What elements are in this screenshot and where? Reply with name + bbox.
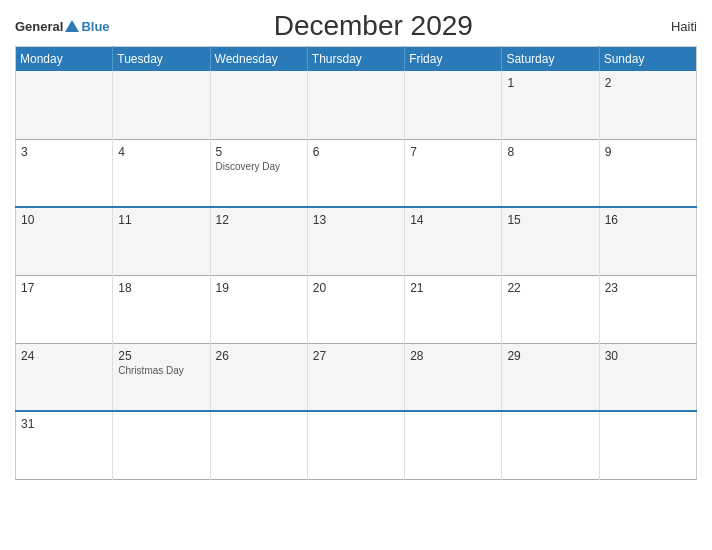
calendar-cell: 31	[16, 411, 113, 479]
calendar-header: General Blue December 2029 Haiti	[15, 10, 697, 42]
calendar-cell: 29	[502, 343, 599, 411]
day-number: 11	[118, 213, 204, 227]
day-number: 9	[605, 145, 691, 159]
calendar-cell: 10	[16, 207, 113, 275]
calendar-week-5: 31	[16, 411, 697, 479]
day-number: 24	[21, 349, 107, 363]
day-number: 6	[313, 145, 399, 159]
calendar-cell: 5Discovery Day	[210, 139, 307, 207]
day-number: 22	[507, 281, 593, 295]
day-number: 27	[313, 349, 399, 363]
calendar-cell	[599, 411, 696, 479]
calendar-week-2: 10111213141516	[16, 207, 697, 275]
calendar-cell: 26	[210, 343, 307, 411]
holiday-label: Christmas Day	[118, 365, 204, 376]
day-number: 12	[216, 213, 302, 227]
calendar-cell: 6	[307, 139, 404, 207]
day-number: 19	[216, 281, 302, 295]
calendar-cell: 4	[113, 139, 210, 207]
day-number: 14	[410, 213, 496, 227]
day-number: 3	[21, 145, 107, 159]
day-number: 30	[605, 349, 691, 363]
calendar-cell	[210, 71, 307, 139]
logo-triangle-icon	[65, 20, 79, 32]
calendar-cell	[16, 71, 113, 139]
calendar-week-0: 12	[16, 71, 697, 139]
calendar-cell: 23	[599, 275, 696, 343]
calendar-cell: 8	[502, 139, 599, 207]
day-header-friday: Friday	[405, 47, 502, 72]
day-number: 16	[605, 213, 691, 227]
day-number: 15	[507, 213, 593, 227]
day-number: 4	[118, 145, 204, 159]
calendar-cell: 15	[502, 207, 599, 275]
day-header-saturday: Saturday	[502, 47, 599, 72]
day-header-sunday: Sunday	[599, 47, 696, 72]
day-number: 13	[313, 213, 399, 227]
calendar-cell	[113, 71, 210, 139]
day-number: 1	[507, 76, 593, 90]
calendar-cell	[307, 411, 404, 479]
logo: General Blue	[15, 19, 110, 34]
day-number: 31	[21, 417, 107, 431]
day-header-monday: Monday	[16, 47, 113, 72]
calendar-cell: 2	[599, 71, 696, 139]
day-number: 20	[313, 281, 399, 295]
day-number: 23	[605, 281, 691, 295]
calendar-cell: 21	[405, 275, 502, 343]
calendar-cell: 1	[502, 71, 599, 139]
month-title: December 2029	[110, 10, 637, 42]
logo-general-text: General	[15, 19, 63, 34]
calendar-table: MondayTuesdayWednesdayThursdayFridaySatu…	[15, 46, 697, 480]
calendar-cell: 27	[307, 343, 404, 411]
calendar-cell: 19	[210, 275, 307, 343]
country-label: Haiti	[637, 19, 697, 34]
day-header-tuesday: Tuesday	[113, 47, 210, 72]
calendar-cell: 13	[307, 207, 404, 275]
calendar-cell: 11	[113, 207, 210, 275]
day-number: 29	[507, 349, 593, 363]
calendar-cell	[502, 411, 599, 479]
calendar-cell: 17	[16, 275, 113, 343]
calendar-cell: 30	[599, 343, 696, 411]
calendar-cell: 25Christmas Day	[113, 343, 210, 411]
calendar-cell: 7	[405, 139, 502, 207]
day-number: 25	[118, 349, 204, 363]
calendar-cell: 16	[599, 207, 696, 275]
calendar-week-1: 345Discovery Day6789	[16, 139, 697, 207]
calendar-header-row: MondayTuesdayWednesdayThursdayFridaySatu…	[16, 47, 697, 72]
calendar-cell: 20	[307, 275, 404, 343]
day-number: 8	[507, 145, 593, 159]
day-number: 21	[410, 281, 496, 295]
calendar-week-4: 2425Christmas Day2627282930	[16, 343, 697, 411]
calendar-cell	[210, 411, 307, 479]
calendar-week-3: 17181920212223	[16, 275, 697, 343]
day-number: 10	[21, 213, 107, 227]
calendar-cell: 18	[113, 275, 210, 343]
calendar-cell	[405, 71, 502, 139]
calendar-cell: 22	[502, 275, 599, 343]
calendar-body: 12345Discovery Day6789101112131415161718…	[16, 71, 697, 479]
calendar-cell: 9	[599, 139, 696, 207]
day-header-thursday: Thursday	[307, 47, 404, 72]
calendar-cell	[113, 411, 210, 479]
calendar-cell: 3	[16, 139, 113, 207]
day-number: 2	[605, 76, 691, 90]
day-number: 5	[216, 145, 302, 159]
calendar-cell: 14	[405, 207, 502, 275]
logo-blue-text: Blue	[81, 19, 109, 34]
day-number: 7	[410, 145, 496, 159]
day-number: 18	[118, 281, 204, 295]
calendar-cell	[405, 411, 502, 479]
calendar-cell: 12	[210, 207, 307, 275]
calendar-cell: 28	[405, 343, 502, 411]
day-headers: MondayTuesdayWednesdayThursdayFridaySatu…	[16, 47, 697, 72]
day-header-wednesday: Wednesday	[210, 47, 307, 72]
day-number: 26	[216, 349, 302, 363]
day-number: 28	[410, 349, 496, 363]
calendar-cell	[307, 71, 404, 139]
calendar-cell: 24	[16, 343, 113, 411]
holiday-label: Discovery Day	[216, 161, 302, 172]
day-number: 17	[21, 281, 107, 295]
